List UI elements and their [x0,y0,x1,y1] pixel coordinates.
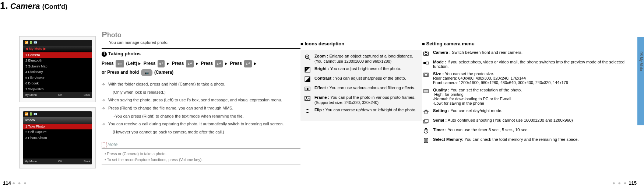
title-main: Camera [10,1,40,11]
svg-point-18 [425,53,427,55]
note-box: Note Press or (Camera) to take a photo. … [102,142,300,164]
svg-rect-20 [423,62,426,64]
phone-screenshot-1: 📶 🔋 📧 ◀ My Moto ▶ 1 Camera 2 Bluetooth 3… [19,36,96,102]
instructions-column: Photo You can manage captured photo. 1Ta… [102,15,300,174]
instruction-list: With the folder closed, press and hold (… [102,80,300,136]
photo-heading: Photo [102,30,300,39]
phone1-row: 1 Camera [23,52,92,58]
side-tab [637,37,644,125]
svg-rect-10 [306,88,306,90]
key-sequence: Press ⟵ (Left) Press 5 ᴶ Press 1 ᴬ Press… [102,59,300,77]
flip-icon [303,108,312,114]
svg-marker-16 [306,112,309,113]
memory-icon [422,137,430,144]
page-number-right: ● ● ● 115 [612,180,637,186]
svg-point-14 [306,97,307,98]
svg-rect-25 [424,89,428,93]
svg-rect-19 [425,52,426,52]
effect-icon [303,86,312,92]
svg-rect-23 [425,74,427,76]
phone-screenshot-2: 📶 🔋 📧 Photo 1 Take Photo 2 Self Capture … [19,107,96,168]
bright-icon: + [303,66,312,73]
svg-rect-29 [425,119,428,122]
svg-rect-11 [307,88,308,90]
phone-previews: 📶 🔋 📧 ◀ My Moto ▶ 1 Camera 2 Bluetooth 3… [13,15,102,174]
note-item: Press or (Camera) to take a photo. [102,151,300,157]
svg-rect-33 [425,128,427,129]
side-tab-label: 08 My Moto [639,52,643,71]
title-contd: (Cont'd) [42,3,67,10]
svg-text:+: + [306,67,307,70]
svg-rect-21 [426,62,429,64]
svg-rect-12 [309,88,309,90]
settings-heading: Setting camera menu [422,41,637,46]
setting-camera-menu: Setting camera menu Camera : Switch betw… [422,41,637,174]
note-title: Note [102,142,300,147]
page-number-left: 114 ● ● ● [3,180,27,186]
size-icon [422,72,430,78]
photo-sub: You can manage captured photo. [109,40,300,45]
frame-icon [303,95,312,102]
camera-key-icon: 📷 [141,69,152,76]
icons-heading: Icons description [300,41,422,46]
phone2-title: Photo [25,118,35,122]
taking-photos-heading: 1Taking photos [102,51,300,57]
title-number: 1. [0,0,8,11]
note-item: To set the record/capture functions, pre… [102,157,300,163]
icons-description: Icons description Zoom : Enlarge an obje… [300,41,422,174]
zoom-icon [303,54,312,60]
page-title: 1. Camera (Cont'd) [0,0,644,11]
svg-point-27 [426,111,427,112]
quality-icon [422,88,430,94]
svg-marker-8 [305,77,310,82]
svg-marker-15 [306,109,309,110]
mode-icon [422,60,430,66]
svg-line-1 [309,58,310,60]
camera-icon [422,50,430,57]
setting-icon [422,108,430,115]
phone1-title: My Moto [29,47,43,51]
contrast-icon [303,76,312,83]
serial-icon [422,118,430,125]
timer-icon [422,128,430,134]
